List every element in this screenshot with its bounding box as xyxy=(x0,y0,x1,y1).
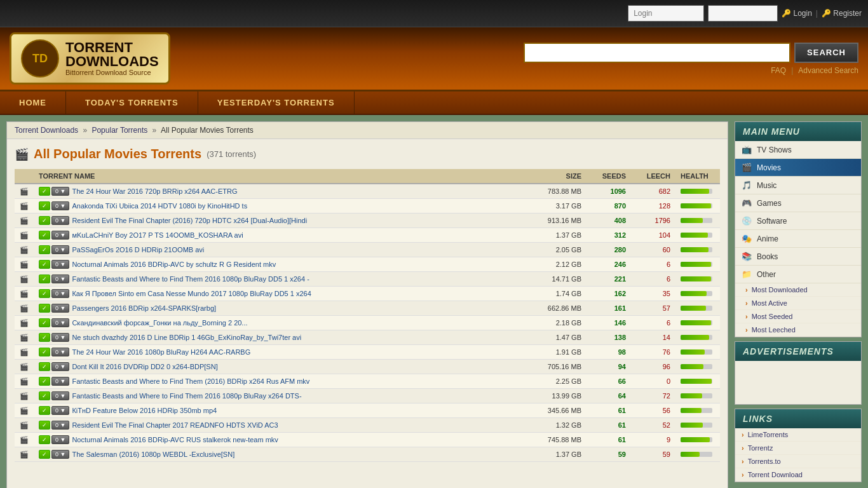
torrent-link[interactable]: Dont Kill It 2016 DVDRip DD2 0 x264-BDP[… xyxy=(72,363,217,370)
magnet-button[interactable]: 0 ▼ xyxy=(51,260,69,269)
torrent-link[interactable]: Как Я Провел Sinto em Casa Nesse Mundo 2… xyxy=(72,290,311,297)
torrent-link[interactable]: Nocturnal Animals 2016 BDRip-AVC RUS sta… xyxy=(72,436,278,444)
sidebar-sub-item-3[interactable]: Most Leeched xyxy=(735,323,861,337)
magnet-button[interactable]: 0 ▼ xyxy=(51,421,69,430)
verify-button[interactable]: ✓ xyxy=(39,201,50,210)
verify-button[interactable]: ✓ xyxy=(39,216,50,225)
page-title: 🎬 All Popular Movies Torrents (371 torre… xyxy=(15,147,720,161)
magnet-button[interactable]: 0 ▼ xyxy=(51,362,69,371)
torrent-link[interactable]: PaSSagErOs 2O16 D HDRip 21OOMB avi xyxy=(72,246,204,254)
search-button[interactable]: SEARCH xyxy=(794,43,858,63)
sidebar-sub-item-2[interactable]: Most Seeded xyxy=(735,310,861,323)
login-link[interactable]: 🔑 Login xyxy=(782,9,812,18)
nav-yesterdays[interactable]: YESTERDAY'S TORRENTS xyxy=(198,92,355,114)
verify-button[interactable]: ✓ xyxy=(39,260,50,269)
links-item-3[interactable]: Torrent Download xyxy=(735,468,861,482)
verify-button[interactable]: ✓ xyxy=(39,435,50,444)
sidebar-item-tv-shows[interactable]: 📺TV Shows xyxy=(735,141,861,159)
table-row: 🎬 ✓ 0 ▼ PaSSagErOs 2O16 D HDRip 21OOMB a… xyxy=(15,243,720,257)
login-input[interactable] xyxy=(628,5,704,22)
verify-button[interactable]: ✓ xyxy=(39,231,50,240)
site-title-line2: DOWNLOADS xyxy=(65,55,159,69)
magnet-button[interactable]: 0 ▼ xyxy=(51,187,69,196)
sidebar-sub-item-1[interactable]: Most Active xyxy=(735,297,861,310)
verify-button[interactable]: ✓ xyxy=(39,274,50,283)
action-btns: ✓ 0 ▼ xyxy=(39,406,69,415)
torrent-link[interactable]: Ne stuch dvazhdy 2016 D Line BDRip 1 46G… xyxy=(72,334,301,341)
search-row: SEARCH xyxy=(524,43,858,63)
magnet-button[interactable]: 0 ▼ xyxy=(51,333,69,342)
verify-button[interactable]: ✓ xyxy=(39,304,50,313)
magnet-button[interactable]: 0 ▼ xyxy=(51,348,69,356)
torrent-link[interactable]: КiТнD Feature Below 2016 HDRip 350mb mp4 xyxy=(72,407,217,414)
logo-area[interactable]: TD TORRENT DOWNLOADS Bittorrent Download… xyxy=(10,32,170,85)
sidebar-item-books[interactable]: 📚Books xyxy=(735,248,861,266)
torrent-link[interactable]: Скандинавский форсаж_Гонки на льду_Borni… xyxy=(72,319,247,327)
table-row: 🎬 ✓ 0 ▼ Fantastic Beasts and Where to Fi… xyxy=(15,389,720,403)
password-input[interactable]: •••••••• xyxy=(708,5,778,22)
sidebar-item-music[interactable]: 🎵Music xyxy=(735,177,861,194)
verify-button[interactable]: ✓ xyxy=(39,421,50,430)
torrent-link[interactable]: Nocturnal Animals 2016 BDRip-AVC by schu… xyxy=(72,261,276,268)
magnet-button[interactable]: 0 ▼ xyxy=(51,216,69,225)
torrent-link[interactable]: Fantastic Beasts and Where to Find Them … xyxy=(72,392,301,400)
magnet-button[interactable]: 0 ▼ xyxy=(51,377,69,386)
sidebar-item-anime[interactable]: 🎭Anime xyxy=(735,230,861,248)
torrent-link[interactable]: Passengers 2016 BDRip x264-SPARKS[rarbg] xyxy=(72,304,216,312)
verify-button[interactable]: ✓ xyxy=(39,245,50,254)
search-input[interactable] xyxy=(524,43,790,63)
magnet-button[interactable]: 0 ▼ xyxy=(51,406,69,415)
magnet-button[interactable]: 0 ▼ xyxy=(51,201,69,210)
torrent-name-cell: ✓ 0 ▼ КiТнD Feature Below 2016 HDRip 350… xyxy=(34,403,536,418)
sidebar-item-other[interactable]: 📁Other xyxy=(735,266,861,283)
magnet-button[interactable]: 0 ▼ xyxy=(51,245,69,254)
torrent-link[interactable]: Resident Evil The Final Chapter (2016) 7… xyxy=(72,217,307,224)
verify-button[interactable]: ✓ xyxy=(39,450,50,459)
torrent-link[interactable]: The 24 Hour War 2016 720p BRRip x264 AAC… xyxy=(72,187,237,195)
torrent-link[interactable]: Fantastic Beasts and Where to Find Them … xyxy=(72,275,309,283)
verify-button[interactable]: ✓ xyxy=(39,333,50,342)
verify-button[interactable]: ✓ xyxy=(39,362,50,371)
verify-button[interactable]: ✓ xyxy=(39,318,50,327)
magnet-button[interactable]: 0 ▼ xyxy=(51,450,69,459)
verify-button[interactable]: ✓ xyxy=(39,406,50,415)
torrent-seeds: 138 xyxy=(587,330,631,345)
torrent-link[interactable]: The 24 Hour War 2016 1080p BluRay H264 A… xyxy=(72,348,250,356)
col-seeds: SEEDS xyxy=(587,169,631,184)
breadcrumb-home[interactable]: Torrent Downloads xyxy=(15,126,78,135)
torrent-name-cell: ✓ 0 ▼ The 24 Hour War 2016 1080p BluRay … xyxy=(34,345,536,360)
torrent-link[interactable]: Fantastic Beasts and Where to Find Them … xyxy=(72,377,309,385)
sidebar-sub-item-0[interactable]: Most Downloaded xyxy=(735,283,861,297)
torrent-link[interactable]: Anakonda TiXi Ubiica 2014 HDTV 1080i by … xyxy=(72,202,247,210)
magnet-button[interactable]: 0 ▼ xyxy=(51,231,69,240)
verify-button[interactable]: ✓ xyxy=(39,187,50,196)
verify-button[interactable]: ✓ xyxy=(39,377,50,386)
links-item-0[interactable]: LimeTorrents xyxy=(735,428,861,442)
sidebar-item-software[interactable]: 💿Software xyxy=(735,212,861,230)
sidebar-item-movies[interactable]: 🎬Movies xyxy=(735,159,861,177)
torrent-link[interactable]: Resident Evil The Final Chapter 2017 REA… xyxy=(72,421,278,429)
register-link[interactable]: 🔑 Register xyxy=(822,9,862,18)
magnet-button[interactable]: 0 ▼ xyxy=(51,318,69,327)
nav-todays[interactable]: TODAY'S TORRENTS xyxy=(66,92,198,114)
nav-home[interactable]: HOME xyxy=(0,92,66,114)
torrent-link[interactable]: The Salesman (2016) 1080p WEBDL -Exclusi… xyxy=(72,451,234,458)
sidebar-links-header: LINKS xyxy=(735,409,861,428)
torrent-icon: 🎬 xyxy=(15,301,34,316)
verify-button[interactable]: ✓ xyxy=(39,391,50,400)
col-icon xyxy=(15,169,34,184)
links-item-1[interactable]: Torrentz xyxy=(735,442,861,455)
faq-link[interactable]: FAQ xyxy=(771,66,786,75)
torrent-link[interactable]: мKuLaCHniY Boy 2O17 P TS 14OOMB_KOSHARA … xyxy=(72,231,243,239)
magnet-button[interactable]: 0 ▼ xyxy=(51,274,69,283)
verify-button[interactable]: ✓ xyxy=(39,289,50,298)
breadcrumb-popular[interactable]: Popular Torrents xyxy=(92,126,147,135)
links-item-2[interactable]: Torrents.to xyxy=(735,455,861,468)
sidebar-item-games[interactable]: 🎮Games xyxy=(735,194,861,212)
magnet-button[interactable]: 0 ▼ xyxy=(51,391,69,400)
verify-button[interactable]: ✓ xyxy=(39,348,50,356)
magnet-button[interactable]: 0 ▼ xyxy=(51,304,69,313)
advanced-search-link[interactable]: Advanced Search xyxy=(798,66,858,75)
magnet-button[interactable]: 0 ▼ xyxy=(51,289,69,298)
magnet-button[interactable]: 0 ▼ xyxy=(51,435,69,444)
